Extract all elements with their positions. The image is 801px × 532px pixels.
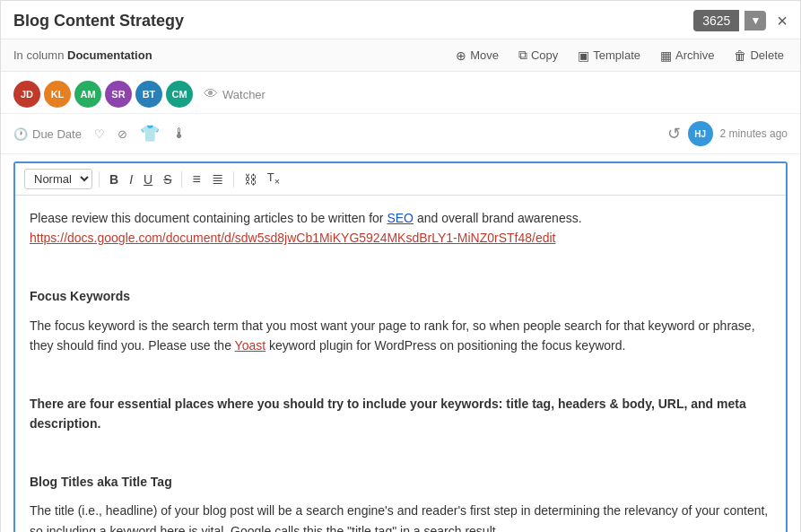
- ordered-list-button[interactable]: ≣: [208, 170, 227, 188]
- blog-titles-body: The title (i.e., headline) of your blog …: [30, 501, 771, 532]
- spacer-1: [30, 257, 771, 277]
- toolbar-divider-1: [99, 171, 100, 188]
- clear-format-button[interactable]: T×: [264, 170, 283, 188]
- due-date-item[interactable]: 🕐 Due Date: [13, 127, 82, 141]
- column-row: In column Documentation ⊕ Move ⧉ Copy ▣ …: [1, 39, 800, 72]
- delete-icon: 🗑: [734, 48, 746, 63]
- template-label: Template: [593, 48, 640, 62]
- italic-button[interactable]: I: [126, 171, 136, 188]
- template-button[interactable]: ▣ Template: [574, 47, 644, 65]
- unordered-list-button[interactable]: ≡: [188, 170, 204, 188]
- time-ago: 2 minutes ago: [720, 127, 788, 140]
- template-icon: ▣: [578, 48, 589, 63]
- blog-titles-heading: Blog Titles aka Title Tag: [30, 472, 771, 492]
- watcher-section: 👁 Watcher: [204, 86, 266, 102]
- editor-toolbar: Normal B I U S ≡ ≣ ⛓ T×: [15, 163, 786, 196]
- heart-icon: ♡: [94, 127, 105, 141]
- watcher-label: Watcher: [222, 88, 266, 101]
- move-label: Move: [470, 48, 499, 62]
- archive-icon: ▦: [660, 48, 672, 63]
- move-icon: ⊕: [456, 48, 466, 63]
- card-number: 3625: [693, 10, 739, 31]
- shirt-item[interactable]: 👕: [140, 124, 160, 144]
- delete-button[interactable]: 🗑 Delete: [730, 47, 788, 65]
- clock-icon: 🕐: [13, 127, 28, 141]
- avatar-1[interactable]: JD: [13, 81, 40, 108]
- eye-icon: 👁: [204, 86, 218, 102]
- toolbar-divider-3: [233, 171, 234, 188]
- move-button[interactable]: ⊕ Move: [452, 47, 502, 65]
- avatar-4[interactable]: SR: [105, 81, 132, 108]
- intro-paragraph: Please review this document containing a…: [30, 208, 771, 249]
- meta-left: 🕐 Due Date ♡ ⊘ 👕 🌡: [13, 124, 187, 144]
- due-date-label: Due Date: [32, 127, 82, 141]
- yoast-link[interactable]: Yoast: [235, 338, 266, 353]
- avatar-2[interactable]: KL: [44, 81, 71, 108]
- heart-item[interactable]: ♡: [94, 127, 105, 141]
- top-bar: Blog Content Strategy 3625 ▼ ×: [1, 1, 800, 39]
- top-right: 3625 ▼ ×: [693, 10, 788, 31]
- avatar-6[interactable]: CM: [166, 81, 193, 108]
- column-info: In column Documentation: [13, 48, 152, 62]
- spacer-2: [30, 364, 771, 384]
- essential-places: There are four essential places where yo…: [30, 394, 771, 434]
- archive-label: Archive: [675, 48, 714, 62]
- card-number-dropdown[interactable]: ▼: [744, 11, 766, 31]
- column-prefix: In column: [13, 48, 64, 62]
- copy-icon: ⧉: [518, 48, 527, 63]
- seo-link[interactable]: SEO: [387, 211, 414, 225]
- members-row: JD KL AM SR BT CM 👁 Watcher: [1, 72, 800, 114]
- link-button[interactable]: ⛓: [240, 171, 260, 188]
- therm-item[interactable]: 🌡: [172, 126, 187, 142]
- toolbar-divider-2: [181, 171, 182, 188]
- history-icon[interactable]: ↺: [667, 124, 681, 144]
- history-avatar: HJ: [688, 121, 713, 146]
- copy-label: Copy: [531, 48, 558, 62]
- card-title: Blog Content Strategy: [13, 12, 184, 31]
- format-select[interactable]: Normal: [24, 169, 92, 189]
- bold-button[interactable]: B: [106, 171, 122, 188]
- focus-keywords-heading: Focus Keywords: [30, 286, 771, 306]
- shirt-icon: 👕: [140, 124, 160, 144]
- therm-icon: 🌡: [172, 126, 187, 142]
- archive-button[interactable]: ▦ Archive: [657, 47, 718, 65]
- close-button[interactable]: ×: [777, 11, 788, 31]
- editor-container: Normal B I U S ≡ ≣ ⛓ T× Please review th…: [13, 161, 788, 532]
- action-buttons: ⊕ Move ⧉ Copy ▣ Template ▦ Archive 🗑 Del…: [452, 46, 788, 65]
- spacer-3: [30, 443, 771, 463]
- no-icon: ⊘: [118, 127, 127, 141]
- modal-container: Blog Content Strategy 3625 ▼ × In column…: [0, 0, 801, 532]
- underline-button[interactable]: U: [140, 171, 156, 188]
- no-item[interactable]: ⊘: [118, 127, 127, 141]
- delete-label: Delete: [750, 48, 784, 62]
- strikethrough-button[interactable]: S: [160, 171, 175, 188]
- meta-right: ↺ HJ 2 minutes ago: [667, 121, 788, 146]
- meta-row: 🕐 Due Date ♡ ⊘ 👕 🌡 ↺ HJ 2 minutes ago: [1, 114, 800, 154]
- copy-button[interactable]: ⧉ Copy: [515, 46, 562, 65]
- editor-content[interactable]: Please review this document containing a…: [15, 196, 786, 532]
- focus-keywords-body: The focus keyword is the search term tha…: [30, 316, 771, 356]
- doc-link[interactable]: https://docs.google.com/document/d/sdw5s…: [30, 231, 555, 245]
- avatar-5[interactable]: BT: [135, 81, 162, 108]
- column-name: Documentation: [67, 48, 152, 62]
- avatar-3[interactable]: AM: [74, 81, 101, 108]
